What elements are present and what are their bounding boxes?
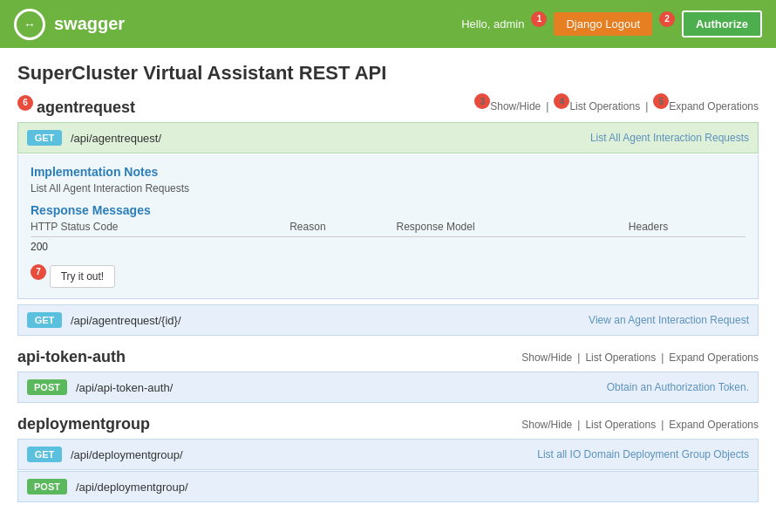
page-title: SuperCluster Virtual Assistant REST API bbox=[17, 62, 759, 85]
deploymentgroup-name: deploymentgroup bbox=[17, 415, 150, 433]
agentrequest-name: 6 agentrequest bbox=[17, 99, 135, 117]
operation-desc: View an Agent Interaction Request bbox=[589, 314, 749, 326]
response-table: HTTP Status Code Reason Response Model H… bbox=[31, 221, 745, 256]
section-badge-6: 6 bbox=[17, 95, 33, 111]
impl-notes-text: List All Agent Interaction Requests bbox=[31, 182, 745, 194]
operation-path: /api/deploymentgroup/ bbox=[71, 448, 537, 461]
operation-row[interactable]: GET /api/agentrequest/{id}/ View an Agen… bbox=[17, 304, 759, 336]
deploymentgroup-actions: Show/Hide | List Operations | Expand Ope… bbox=[521, 419, 759, 431]
col-model: Response Model bbox=[397, 221, 629, 237]
col-headers: Headers bbox=[629, 221, 745, 237]
operation-desc: List All Agent Interaction Requests bbox=[590, 132, 749, 144]
deploymentgroup-header: deploymentgroup Show/Hide | List Operati… bbox=[17, 415, 759, 433]
badge-5: 5 bbox=[653, 93, 669, 109]
method-badge-post: POST bbox=[27, 379, 67, 395]
show-hide-api-token[interactable]: Show/Hide bbox=[521, 351, 572, 364]
show-hide-deployment[interactable]: Show/Hide bbox=[521, 419, 572, 431]
api-token-auth-header: api-token-auth Show/Hide | List Operatio… bbox=[17, 348, 759, 366]
header: ↔ swagger Hello, admin 1 Django Logout 2… bbox=[0, 0, 776, 48]
api-section-agentrequest: 6 agentrequest 3 Show/Hide | 4 List Oper… bbox=[17, 99, 759, 336]
badge-7: 7 bbox=[31, 264, 46, 280]
authorize-button[interactable]: Authorize bbox=[682, 10, 762, 38]
logout-badge: 1 bbox=[531, 11, 547, 27]
greeting: Hello, admin bbox=[461, 17, 524, 31]
api-section-api-token-auth: api-token-auth Show/Hide | List Operatio… bbox=[17, 348, 759, 403]
response-messages-title: Response Messages bbox=[31, 203, 745, 217]
operation-path: /api/deploymentgroup/ bbox=[76, 481, 749, 494]
list-ops-agentrequest[interactable]: List Operations bbox=[569, 100, 640, 113]
agentrequest-actions: 3 Show/Hide | 4 List Operations | 5 Expa… bbox=[474, 99, 759, 114]
django-logout-button[interactable]: Django Logout bbox=[554, 12, 652, 36]
try-it-button[interactable]: Try it out! bbox=[50, 265, 116, 288]
api-section-deploymentgroup: deploymentgroup Show/Hide | List Operati… bbox=[17, 415, 759, 502]
method-badge-get: GET bbox=[27, 447, 62, 462]
operation-detail: Implementation Notes List All Agent Inte… bbox=[17, 154, 759, 299]
expand-ops-api-token[interactable]: Expand Operations bbox=[669, 351, 759, 364]
show-hide-agentrequest[interactable]: Show/Hide bbox=[490, 100, 541, 113]
api-token-auth-name: api-token-auth bbox=[17, 348, 126, 366]
expand-ops-deployment[interactable]: Expand Operations bbox=[669, 419, 759, 431]
operation-row[interactable]: POST /api/deploymentgroup/ bbox=[17, 471, 759, 502]
list-ops-api-token[interactable]: List Operations bbox=[585, 351, 656, 364]
operation-row[interactable]: GET /api/deploymentgroup/ List all IO Do… bbox=[17, 439, 759, 470]
operation-row[interactable]: POST /api/api-token-auth/ Obtain an Auth… bbox=[17, 372, 759, 403]
table-row: 200 bbox=[31, 237, 745, 257]
col-status: HTTP Status Code bbox=[31, 221, 289, 237]
logo: ↔ swagger bbox=[14, 9, 125, 40]
status-code: 200 bbox=[31, 237, 289, 257]
authorize-badge: 2 bbox=[659, 11, 675, 27]
expand-ops-agentrequest[interactable]: Expand Operations bbox=[669, 100, 759, 113]
method-badge-get: GET bbox=[27, 312, 62, 328]
badge-3: 3 bbox=[474, 93, 490, 109]
impl-notes-title: Implementation Notes bbox=[31, 165, 745, 179]
agentrequest-header: 6 agentrequest 3 Show/Hide | 4 List Oper… bbox=[17, 99, 759, 117]
logo-text: swagger bbox=[54, 14, 125, 34]
operation-path: /api/agentrequest/{id}/ bbox=[71, 314, 589, 327]
operation-path: /api/agentrequest/ bbox=[71, 132, 590, 145]
operation-row[interactable]: GET /api/agentrequest/ List All Agent In… bbox=[17, 122, 759, 153]
operation-desc: List all IO Domain Deployment Group Obje… bbox=[537, 448, 749, 460]
operation-path: /api/api-token-auth/ bbox=[76, 381, 607, 394]
api-token-auth-actions: Show/Hide | List Operations | Expand Ope… bbox=[521, 351, 759, 364]
header-right: Hello, admin 1 Django Logout 2 Authorize bbox=[461, 10, 762, 38]
logo-icon: ↔ bbox=[14, 9, 45, 40]
list-ops-deployment[interactable]: List Operations bbox=[585, 419, 656, 431]
method-badge-post: POST bbox=[27, 479, 67, 494]
method-badge-get: GET bbox=[27, 130, 62, 146]
col-reason: Reason bbox=[289, 221, 396, 237]
badge-4: 4 bbox=[554, 93, 569, 109]
operation-desc: Obtain an Authorization Token. bbox=[607, 381, 749, 393]
main-content: SuperCluster Virtual Assistant REST API … bbox=[0, 48, 776, 532]
